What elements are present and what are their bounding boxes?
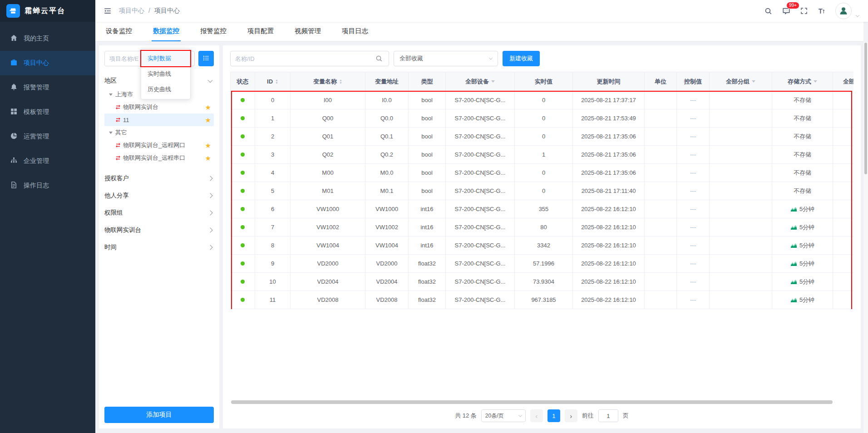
table-row[interactable]: 5 M01 M0.1 bool S7-200-CN[SC-G... 0 2025… xyxy=(231,182,854,200)
prev-page-button[interactable]: ‹ xyxy=(530,409,543,422)
menu-collapse-icon[interactable] xyxy=(104,7,112,15)
cell-storage: 不存储 xyxy=(772,164,833,182)
tab[interactable]: 项目配置 xyxy=(246,22,275,41)
table-row[interactable]: 10 VD2004 VD2004 float32 S7-200-CN[SC-G.… xyxy=(231,273,854,291)
cell-unit xyxy=(645,218,677,236)
search-icon[interactable] xyxy=(370,51,389,66)
table-row[interactable]: 9 VD2000 VD2000 float32 S7-200-CN[SC-G..… xyxy=(231,255,854,273)
message-icon[interactable]: 99+ xyxy=(782,7,790,15)
table-row[interactable]: 4 M00 M0.0 bool S7-200-CN[SC-G... 0 2025… xyxy=(231,164,854,182)
favorite-star-icon[interactable]: ★ xyxy=(205,117,211,123)
search-icon[interactable] xyxy=(764,7,772,15)
horizontal-scrollbar-thumb[interactable] xyxy=(231,400,833,404)
panel-section[interactable]: 授权客户 xyxy=(104,170,214,187)
sidebar-item-templates[interactable]: 模板管理 xyxy=(0,100,95,124)
chart-icon[interactable] xyxy=(790,207,797,213)
table-row[interactable]: 3 Q02 Q0.2 bool S7-200-CN[SC-G... 1 2025… xyxy=(231,146,854,164)
cell-updated: 2025-08-21 17:35:06 xyxy=(573,128,645,146)
table-row[interactable]: 8 VW1004 VW1004 int16 S7-200-CN[SC-G... … xyxy=(231,236,854,255)
col-group-filter[interactable]: 全部分组 xyxy=(710,72,772,91)
chart-icon[interactable] xyxy=(790,243,797,250)
panel-section-label: 他人分享 xyxy=(104,192,129,200)
sidebar-item-logs[interactable]: 操作日志 xyxy=(0,173,95,198)
next-page-button[interactable]: › xyxy=(565,409,577,422)
col-id[interactable]: ID▲▼ xyxy=(255,72,291,91)
page-size-select[interactable]: 20条/页 xyxy=(481,409,526,422)
font-size-icon[interactable] xyxy=(818,7,825,15)
cell-updated: 2025-08-22 16:12:10 xyxy=(573,200,645,218)
horizontal-scrollbar[interactable] xyxy=(230,400,853,404)
filter-caret-icon[interactable] xyxy=(752,80,755,83)
table-row[interactable]: 0 I00 I0.0 bool S7-200-CN[SC-G... 0 2025… xyxy=(231,91,854,109)
tab[interactable]: 报警监控 xyxy=(199,22,228,41)
panel-section[interactable]: 物联网实训台 xyxy=(104,221,214,239)
add-project-button[interactable]: 添加项目 xyxy=(104,407,214,423)
chevron-down-icon[interactable] xyxy=(856,13,859,17)
tree-node[interactable]: 11 ★ xyxy=(104,113,214,126)
sidebar-item-projects[interactable]: 项目中心 xyxy=(0,51,95,75)
favorite-star-icon[interactable]: ★ xyxy=(205,104,211,111)
device-status-icon xyxy=(115,104,121,110)
tree-node[interactable]: 物联网实训台_远程串口 ★ xyxy=(104,152,214,164)
filter-caret-icon[interactable] xyxy=(491,80,495,83)
tab[interactable]: 数据监控 xyxy=(152,22,181,41)
table-row[interactable]: 7 VW1002 VW1002 int16 S7-200-CN[SC-G... … xyxy=(231,218,854,236)
cell-name: Q00 xyxy=(291,109,365,128)
favorite-star-icon[interactable]: ★ xyxy=(205,142,211,149)
tree-node[interactable]: 物联网实训台 ★ xyxy=(104,101,214,113)
view-toggle-button[interactable] xyxy=(198,51,214,66)
table-row[interactable]: 2 Q01 Q0.1 bool S7-200-CN[SC-G... 0 2025… xyxy=(231,128,854,146)
table-row[interactable]: 1 Q00 Q0.0 bool S7-200-CN[SC-G... 0 2025… xyxy=(231,109,854,128)
new-collection-button[interactable]: 新建收藏 xyxy=(503,51,540,66)
caret-down-icon xyxy=(109,93,113,96)
tree-node[interactable]: 物联网实训台_远程网口 ★ xyxy=(104,139,214,152)
vertical-scrollbar[interactable] xyxy=(863,42,868,433)
sidebar-item-alarms[interactable]: 报警管理 xyxy=(0,75,95,100)
col-name[interactable]: 变量名称▲▼ xyxy=(291,72,365,91)
favorite-star-icon[interactable]: ★ xyxy=(205,155,211,162)
table-row[interactable]: 11 VD2008 VD2008 float32 S7-200-CN[SC-G.… xyxy=(231,291,854,309)
variable-search-input[interactable] xyxy=(235,55,370,62)
tab[interactable]: 项目日志 xyxy=(340,22,370,41)
page-number-button[interactable]: 1 xyxy=(547,409,560,422)
chart-icon[interactable] xyxy=(790,225,797,231)
chart-icon[interactable] xyxy=(790,279,797,286)
user-avatar[interactable] xyxy=(835,3,852,19)
panel-section[interactable]: 时间 xyxy=(104,239,214,256)
breadcrumb-item[interactable]: 项目中心 xyxy=(119,7,144,15)
table-row[interactable]: 6 VW1000 VW1000 int16 S7-200-CN[SC-G... … xyxy=(231,200,854,218)
cell-control: --- xyxy=(677,200,710,218)
data-panel: 全部收藏 新建收藏 状态 ID▲▼ 变量名称▲▼ 变量地址 xyxy=(223,45,861,428)
tab[interactable]: 设备监控 xyxy=(104,22,133,41)
filter-caret-icon[interactable] xyxy=(814,80,817,83)
dropdown-item[interactable]: 实时数据 xyxy=(141,51,190,66)
dropdown-item[interactable]: 实时曲线 xyxy=(141,66,190,82)
goto-page-input[interactable] xyxy=(598,409,618,422)
panel-section[interactable]: 他人分享 xyxy=(104,187,214,204)
status-dot xyxy=(241,134,245,138)
sidebar-item-operations[interactable]: 运营管理 xyxy=(0,124,95,149)
cell-type: int16 xyxy=(409,218,446,236)
cell-name: VW1004 xyxy=(291,236,365,255)
panel-section-label: 权限组 xyxy=(104,209,123,217)
sort-icon[interactable]: ▲▼ xyxy=(339,79,342,84)
col-device-filter[interactable]: 全部设备 xyxy=(446,72,515,91)
tree-node[interactable]: 其它 ★ xyxy=(104,126,214,139)
col-typecat-filter[interactable]: 全部类型 xyxy=(833,72,854,91)
chart-icon[interactable] xyxy=(790,261,797,268)
collection-filter-select[interactable]: 全部收藏 xyxy=(394,51,498,66)
dropdown-item[interactable]: 历史曲线 xyxy=(141,82,190,97)
vertical-scrollbar-thumb[interactable] xyxy=(864,43,867,174)
col-type: 类型 xyxy=(409,72,446,91)
sidebar-item-enterprise[interactable]: 企业管理 xyxy=(0,149,95,173)
sort-icon[interactable]: ▲▼ xyxy=(275,79,278,84)
fullscreen-icon[interactable] xyxy=(800,7,808,15)
chart-icon[interactable] xyxy=(790,297,797,304)
sidebar-item-home[interactable]: 我的主页 xyxy=(0,26,95,51)
tab[interactable]: 视频管理 xyxy=(293,22,322,41)
list-icon xyxy=(202,54,210,63)
goto-label: 前往 xyxy=(582,412,594,420)
cell-id: 6 xyxy=(255,200,291,218)
panel-section[interactable]: 权限组 xyxy=(104,204,214,221)
col-storage-filter[interactable]: 存储方式 xyxy=(772,72,833,91)
